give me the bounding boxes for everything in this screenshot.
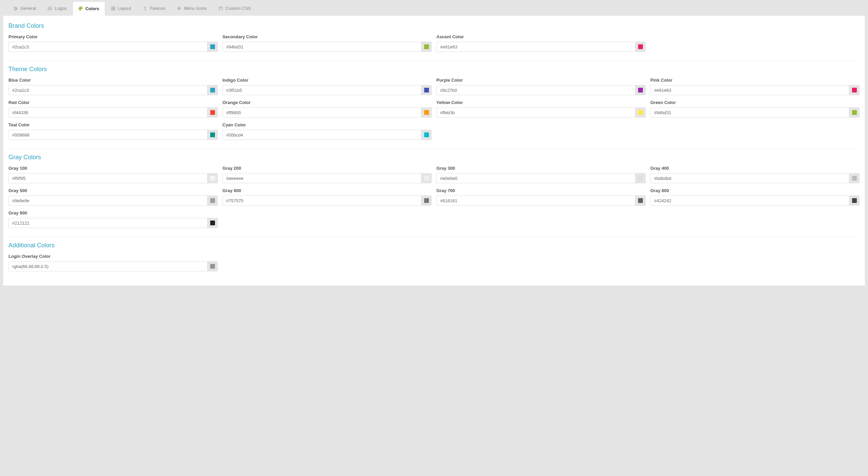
color-input-orange-color[interactable] [223,108,421,117]
color-picker-button-gray-300[interactable] [635,173,645,183]
color-swatch-icon [638,176,643,181]
tab-general[interactable]: General [7,1,42,15]
color-input-purple-color[interactable] [437,85,635,95]
color-input-group [222,107,432,118]
color-input-cyan-color[interactable] [223,130,421,140]
tab-customcss[interactable]: Custom CSS [213,1,257,15]
color-input-gray-800[interactable] [651,196,849,205]
color-input-pink-color[interactable] [651,85,849,95]
color-input-secondary-color[interactable] [223,42,421,51]
color-picker-button-gray-200[interactable] [421,173,431,183]
color-picker-button-secondary-color[interactable] [421,42,431,51]
color-field-yellow-color: Yellow Color [436,100,646,118]
color-input-indigo-color[interactable] [223,85,421,95]
color-picker-button-gray-400[interactable] [849,173,859,183]
color-input-group [222,173,432,183]
color-input-group [8,85,218,95]
field-label: Teal Color [8,122,218,127]
color-swatch-icon [210,198,215,203]
color-input-teal-color[interactable] [9,130,207,140]
color-input-group [436,42,646,52]
color-input-gray-200[interactable] [223,173,421,183]
field-label: Blue Color [8,78,218,83]
color-input-blue-color[interactable] [9,85,207,95]
field-label: Cyan Color [222,122,432,127]
color-input-red-color[interactable] [9,108,207,117]
color-picker-button-ascent-color[interactable] [635,42,645,51]
color-input-gray-500[interactable] [9,196,207,205]
code-icon [218,6,223,11]
color-field-indigo-color: Indigo Color [222,78,432,95]
color-input-group [8,42,218,52]
color-picker-button-red-color[interactable] [207,108,217,117]
color-picker-button-gray-700[interactable] [635,196,645,205]
palette-icon [78,6,83,11]
color-input-gray-900[interactable] [9,218,207,228]
color-swatch-icon [210,176,215,181]
empty-cell [436,210,646,228]
tab-label: Logos [55,6,66,11]
section-brand-colors: Brand Colors Primary ColorSecondary Colo… [8,22,860,61]
color-field-teal-color: Teal Color [8,122,218,140]
empty-cell [436,122,646,140]
color-input-group [436,107,646,118]
color-input-group [8,261,218,271]
svg-rect-8 [112,6,113,8]
color-picker-button-teal-color[interactable] [207,130,217,140]
color-picker-button-primary-color[interactable] [207,42,217,51]
color-input-group [8,195,218,206]
tab-content: Brand Colors Primary ColorSecondary Colo… [3,15,865,286]
svg-point-5 [15,9,16,10]
tab-favicon[interactable]: Favicon [137,1,171,15]
empty-cell [650,210,860,228]
color-input-primary-color[interactable] [9,42,207,51]
color-picker-button-green-color[interactable] [849,108,859,117]
color-input-green-color[interactable] [651,108,849,117]
color-input-group [8,107,218,118]
color-picker-button-purple-color[interactable] [635,85,645,95]
color-input-group [222,195,432,206]
color-input-login-overlay-color[interactable] [9,262,207,271]
color-picker-button-blue-color[interactable] [207,85,217,95]
color-picker-button-indigo-color[interactable] [421,85,431,95]
image-icon [47,6,52,11]
tab-logos[interactable]: Logos [42,1,72,15]
color-swatch-icon [424,44,429,49]
color-input-gray-300[interactable] [437,173,635,183]
empty-cell [436,254,646,271]
color-input-gray-600[interactable] [223,196,421,205]
color-swatch-icon [210,264,215,269]
section-additional-colors: Additional Colors Login Overlay Color [8,242,860,280]
color-picker-button-gray-100[interactable] [207,173,217,183]
field-label: Gray 100 [8,166,218,171]
color-field-gray-400: Gray 400 [650,166,860,183]
color-input-group [8,173,218,183]
color-picker-button-login-overlay-color[interactable] [207,262,217,271]
tab-colors[interactable]: Colors [73,1,105,16]
color-swatch-icon [424,176,429,181]
color-picker-button-yellow-color[interactable] [635,108,645,117]
color-picker-button-orange-color[interactable] [421,108,431,117]
color-field-pink-color: Pink Color [650,78,860,95]
color-picker-button-gray-600[interactable] [421,196,431,205]
color-picker-button-gray-800[interactable] [849,196,859,205]
color-picker-button-pink-color[interactable] [849,85,859,95]
color-picker-button-gray-900[interactable] [207,218,217,228]
color-input-ascent-color[interactable] [437,42,635,51]
color-field-gray-600: Gray 600 [222,188,432,206]
color-input-gray-700[interactable] [437,196,635,205]
section-title: Brand Colors [8,22,860,29]
color-picker-button-gray-500[interactable] [207,196,217,205]
color-input-gray-100[interactable] [9,173,207,183]
color-picker-button-cyan-color[interactable] [421,130,431,140]
color-input-yellow-color[interactable] [437,108,635,117]
tab-label: Menu Icons [184,6,206,11]
svg-rect-6 [48,7,52,10]
empty-cell [650,254,860,271]
color-swatch-icon [424,132,429,137]
tab-layout[interactable]: Layout [105,1,137,15]
tab-menuicons[interactable]: Menu Icons [171,1,212,15]
color-input-gray-400[interactable] [651,173,849,183]
field-label: Primary Color [8,34,218,39]
color-input-group [436,85,646,95]
